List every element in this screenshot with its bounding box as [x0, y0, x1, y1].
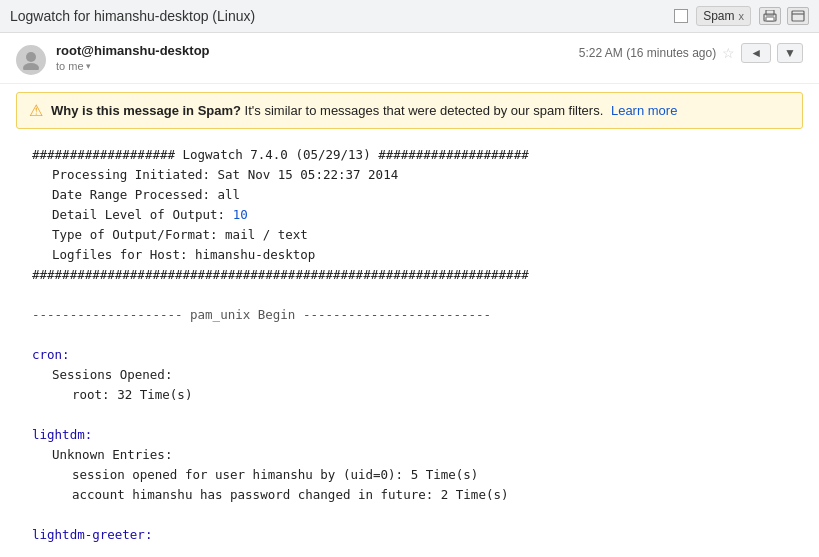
sessions-opened: Sessions Opened: — [52, 365, 803, 385]
detail-level-value: 10 — [233, 207, 248, 222]
lightdm-label: lightdm: — [32, 425, 803, 445]
svg-point-6 — [23, 63, 39, 70]
select-checkbox[interactable] — [674, 9, 688, 23]
pam-unix-divider: -------------------- pam_unix Begin ----… — [32, 305, 803, 325]
spam-tab-close[interactable]: x — [739, 10, 745, 22]
processing-initiated: Processing Initiated: Sat Nov 15 05:22:3… — [52, 165, 803, 185]
footer1: ########################################… — [32, 265, 803, 285]
sender-name: root@himanshu-desktop — [56, 43, 210, 58]
more-options-button[interactable]: ▼ — [777, 43, 803, 63]
cron-label: cron: — [32, 345, 803, 365]
lightdm-greeter-label: lightdm-greeter: — [32, 525, 803, 545]
unknown-entries-1: Unknown Entries: — [52, 445, 803, 465]
email-header: root@himanshu-desktop to me ▾ 5:22 AM (1… — [0, 33, 819, 84]
warning-icon: ⚠ — [29, 101, 43, 120]
session-opened-1: session opened for user himanshu by (uid… — [72, 465, 803, 485]
title-icons — [759, 7, 809, 25]
spam-body-text: It's similar to messages that were detec… — [241, 103, 603, 118]
avatar — [16, 45, 46, 75]
spam-bold-text: Why is this message in Spam? — [51, 103, 241, 118]
spam-warning-banner: ⚠ Why is this message in Spam? It's simi… — [16, 92, 803, 129]
unknown-entries-2: Unknown Entries: — [52, 545, 803, 549]
spam-tab[interactable]: Spam x — [696, 6, 751, 26]
sender-info: root@himanshu-desktop to me ▾ — [56, 43, 579, 72]
output-type: Type of Output/Format: mail / text — [52, 225, 803, 245]
learn-more-link[interactable]: Learn more — [611, 103, 677, 118]
to-me-text: to me — [56, 60, 84, 72]
spam-warning-text: Why is this message in Spam? It's simila… — [51, 103, 790, 118]
new-window-button[interactable] — [787, 7, 809, 25]
svg-rect-3 — [792, 11, 804, 21]
cron-root: root: 32 Time(s) — [72, 385, 803, 405]
recipient-info: to me ▾ — [56, 60, 579, 72]
star-icon[interactable]: ☆ — [722, 45, 735, 61]
logfiles: Logfiles for Host: himanshu-desktop — [52, 245, 803, 265]
timestamp: 5:22 AM (16 minutes ago) — [579, 46, 716, 60]
body-header1: ################### Logwatch 7.4.0 (05/2… — [32, 145, 803, 165]
reply-button[interactable]: ◄ — [741, 43, 771, 63]
to-me-dropdown-icon[interactable]: ▾ — [86, 61, 91, 71]
svg-rect-2 — [766, 17, 774, 21]
email-body: ################### Logwatch 7.4.0 (05/2… — [0, 137, 819, 549]
print-button[interactable] — [759, 7, 781, 25]
date-range: Date Range Processed: all — [52, 185, 803, 205]
email-meta: 5:22 AM (16 minutes ago) ☆ ◄ ▼ — [579, 43, 803, 63]
svg-point-5 — [26, 52, 36, 62]
detail-level: Detail Level of Output: 10 — [52, 205, 803, 225]
title-bar: Logwatch for himanshu-desktop (Linux) Sp… — [0, 0, 819, 33]
spam-label: Spam — [703, 9, 734, 23]
account-changed: account himanshu has password changed in… — [72, 485, 803, 505]
email-subject: Logwatch for himanshu-desktop (Linux) — [10, 8, 666, 24]
